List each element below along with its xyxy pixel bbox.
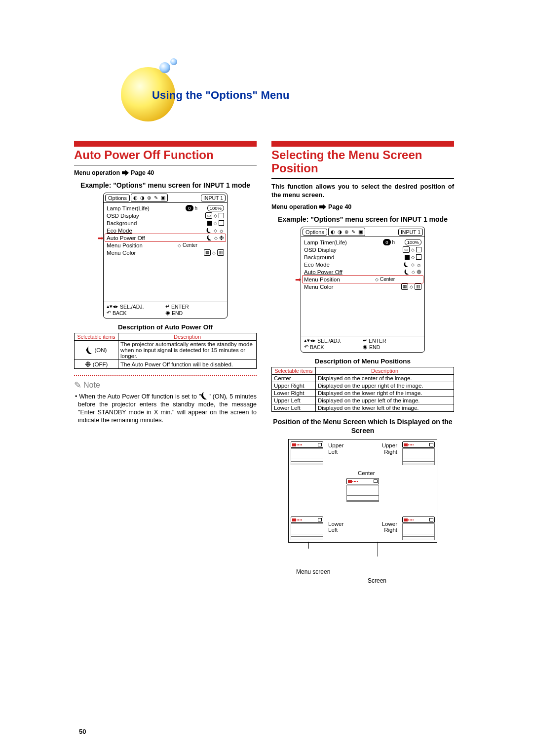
diamond-icon: ◇	[410, 284, 413, 289]
dotted-separator	[74, 375, 257, 376]
diagram-callout-screen: Screen	[368, 577, 386, 584]
osd-label: Lamp Timer(Life)	[304, 239, 353, 245]
osd-lamp-unit: h	[392, 239, 395, 245]
td-item: Lower Right	[272, 390, 316, 397]
example-heading-right: Example: "Options" menu screen for INPUT…	[271, 215, 454, 224]
osd-icon-5: ▣	[357, 229, 364, 235]
osd-empty-space	[107, 256, 224, 301]
section-bar	[74, 141, 257, 147]
osd-icon-4: ✎	[153, 195, 159, 201]
td-desc: Displayed on the center of the image.	[316, 375, 454, 382]
osd-val: ▦◇▥	[397, 283, 421, 290]
osd-label: Menu Position	[107, 242, 156, 248]
nav-arrows-icon: ▴▾◂▸	[304, 337, 316, 344]
osd-lamp-hours: 0 h	[156, 205, 199, 211]
color-b-icon: ▥	[217, 249, 224, 256]
screen-on-icon: ▭	[403, 246, 410, 253]
osd-val: ⏾◇❉	[397, 269, 421, 276]
osd-icon-4: ✎	[350, 229, 357, 235]
color-a-icon: ▦	[204, 249, 211, 256]
osd-row-apo: Auto Power Off ⏾◇❉	[304, 268, 421, 276]
end-icon: ◉	[165, 310, 170, 316]
osd-footer-end: END	[172, 310, 183, 316]
osd-row-menupos: Menu Position ◇ Center	[107, 241, 224, 249]
screen-on-icon: ▭	[205, 212, 212, 219]
diamond-icon: ◇	[411, 255, 415, 260]
bg-none-icon	[219, 220, 224, 226]
note-text: • When the Auto Power Off function is se…	[74, 392, 257, 424]
diagram-menu-upper-left	[291, 441, 323, 465]
eco-off-icon: ☼	[219, 228, 224, 234]
osd-icon-1: ◐	[330, 229, 336, 235]
diamond-icon: ◇	[214, 213, 217, 218]
diamond-icon: ◇	[411, 247, 415, 252]
diamond-icon: ◇	[375, 277, 379, 282]
td-desc: The projector automatically enters the s…	[118, 341, 257, 360]
osd-val: ⏾◇❉	[199, 235, 224, 241]
section-bar	[271, 141, 454, 147]
diagram-label-upper-right: UpperRight	[382, 442, 397, 455]
osd-body: Lamp Timer(Life) 0 h 100% OSD Display ▭◇…	[301, 237, 424, 336]
td-desc: Displayed on the lower right of the imag…	[316, 390, 454, 397]
osd-footer-enter: ENTER	[171, 304, 189, 310]
diamond-icon: ◇	[212, 250, 216, 255]
table-row: ⏾(ON) The projector automatically enters…	[75, 341, 257, 360]
td-desc: The Auto Power Off function will be disa…	[118, 360, 257, 369]
section-rule	[74, 165, 257, 165]
td-desc: Displayed on the lower left of the image…	[316, 404, 454, 412]
menu-operation-ref-right: Menu operation Page 40	[271, 203, 454, 210]
osd-row-osddisp: OSD Display ▭◇	[304, 246, 421, 253]
td-item: Upper Right	[272, 382, 316, 390]
table-row: Lower LeftDisplayed on the lower left of…	[272, 404, 454, 412]
apo-on-icon: ⏾	[86, 347, 93, 354]
td-item: Center	[272, 375, 316, 382]
diagram-label-lower-right: LowerRight	[382, 521, 397, 533]
td-item-label: (OFF)	[93, 361, 108, 367]
bg-black-icon	[207, 221, 212, 226]
osd-row-bg: Background ◇	[107, 219, 224, 227]
example-heading-left: Example: "Options" menu screen for INPUT…	[74, 181, 257, 190]
apo-off-icon: ❉	[85, 360, 91, 368]
eco-on-icon: ⏾	[404, 262, 410, 268]
menu-operation-page: Page 40	[131, 169, 154, 176]
end-icon: ◉	[363, 344, 368, 350]
diamond-icon: ◇	[214, 221, 217, 226]
decor-sphere-blue-2	[170, 58, 177, 65]
osd-icon-5: ▣	[160, 195, 166, 201]
osd-empty-space	[304, 290, 421, 335]
arrow-right-icon	[319, 204, 326, 209]
apo-on-icon-inline: ⏾	[201, 392, 208, 400]
osd-icon-2: ◑	[337, 229, 343, 235]
osd-val: ◇	[397, 254, 421, 260]
note-label: Note	[83, 381, 100, 390]
enter-icon: ↵	[363, 337, 367, 344]
osd-lamp-h: 0	[186, 205, 193, 211]
osd-val: ⏾◇☼	[199, 228, 224, 234]
diamond-icon: ◇	[214, 228, 217, 233]
osd-label: Eco Mode	[107, 228, 156, 234]
table-row: ❉(OFF) The Auto Power Off function will …	[75, 360, 257, 369]
diamond-icon: ◇	[178, 243, 181, 248]
th-description: Description	[118, 333, 257, 341]
apo-off-icon: ❉	[219, 235, 224, 241]
menu-operation-ref-left: Menu operation Page 40	[74, 169, 257, 176]
osd-icon-2: ◑	[139, 195, 146, 201]
osd-row-menucolor: Menu Color ▦◇▥	[304, 283, 421, 290]
osd-label: Menu Position	[304, 277, 353, 282]
table-row: Upper LeftDisplayed on the upper left of…	[272, 397, 454, 404]
page-title: Using the "Options" Menu	[152, 89, 290, 102]
eco-on-icon: ⏾	[206, 228, 212, 234]
nav-arrows-icon: ▴▾◂▸	[107, 303, 118, 310]
back-icon: ↶	[107, 310, 111, 316]
osd-screenshot-right: Options ◐ ◑ ⊛ ✎ ▣ INPUT 1 Lamp Timer(Lif…	[301, 227, 425, 353]
menu-operation-label: Menu operation	[271, 203, 317, 210]
osd-label: Auto Power Off	[304, 269, 353, 275]
osd-header: Options ◐ ◑ ⊛ ✎ ▣ INPUT 1	[104, 193, 227, 203]
bg-none-icon	[416, 254, 421, 260]
menu-operation-page: Page 40	[328, 203, 351, 210]
desc-heading-left: Description of Auto Power Off	[74, 323, 257, 331]
td-desc: Displayed on the upper right of the imag…	[316, 382, 454, 390]
osd-val: ◇ Center	[353, 277, 397, 282]
diagram-label-upper-left: UpperLeft	[328, 442, 343, 455]
osd-row-lamp: Lamp Timer(Life) 0 h 100%	[107, 204, 224, 212]
